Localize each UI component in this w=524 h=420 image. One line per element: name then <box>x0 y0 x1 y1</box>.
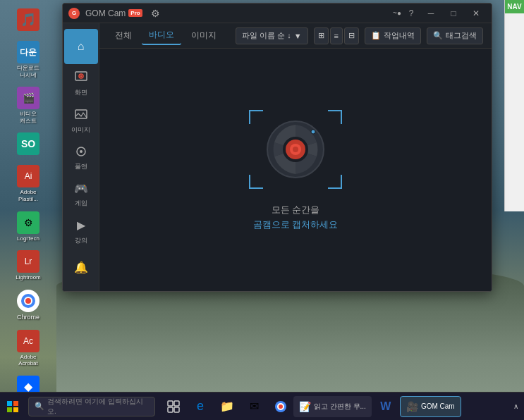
svg-rect-21 <box>168 407 173 412</box>
svg-point-5 <box>80 75 82 78</box>
gom-body: ⌂ 화면 <box>63 23 492 291</box>
game-icon: 🎮 <box>73 180 90 197</box>
svg-rect-18 <box>13 407 18 412</box>
minimize-button[interactable]: ─ <box>421 6 441 20</box>
image-icon <box>73 106 90 123</box>
sidebar-item-screen[interactable]: 화면 <box>64 66 98 101</box>
left-sidebar: ⌂ 화면 <box>63 23 99 291</box>
image-label: 이미지 <box>71 125 90 135</box>
capture-text-line1: 모든 순간을 <box>253 203 339 218</box>
work-history-button[interactable]: 📋 작업내역 <box>365 27 421 44</box>
desktop-icon-label: Chrome <box>17 314 39 321</box>
gom-logo: G <box>68 8 80 19</box>
bracket-top-left <box>249 110 263 124</box>
desktop-icon-logictech[interactable]: ⚙ LogiTech <box>3 209 54 245</box>
svg-rect-20 <box>174 401 179 406</box>
svg-rect-16 <box>13 401 18 406</box>
list-view-button[interactable]: ≡ <box>330 27 343 44</box>
tab-all[interactable]: 전체 <box>108 27 139 44</box>
desktop-icon-download[interactable]: 다운 다운로드나시네 <box>3 38 54 81</box>
right-panel-header: NAV <box>505 0 524 13</box>
desktop-icon-label: 비디오캐스트 <box>20 111 37 124</box>
close-button[interactable]: ✕ <box>466 6 486 20</box>
search-icon: 🔍 <box>433 31 443 40</box>
search-placeholder: 검색하려면 여기에 입력하십시오. <box>47 397 149 416</box>
right-panel: NAV <box>504 0 524 211</box>
settings-icon[interactable]: ⚙ <box>151 8 160 19</box>
screen-icon <box>73 69 90 86</box>
title-bar-text: GOM Cam Pro <box>85 8 142 18</box>
desktop-icon-label: LogiTech <box>17 235 39 242</box>
camera-icon-container <box>246 107 345 192</box>
taskbar-edge[interactable]: e <box>188 394 213 419</box>
svg-point-25 <box>279 404 283 409</box>
svg-rect-17 <box>7 407 12 412</box>
svg-rect-19 <box>168 401 173 406</box>
desktop-icon-label: AdobeAcrobat <box>18 354 38 367</box>
svg-rect-22 <box>174 407 179 412</box>
game-label: 게임 <box>75 199 87 208</box>
svg-point-8 <box>80 150 83 153</box>
tab-image[interactable]: 이미지 <box>184 27 224 44</box>
top-nav: 전체 바디오 이미지 파일 이름 순 ↓ ▼ ⊞ ≡ <box>99 23 492 49</box>
taskbar-word2[interactable]: W <box>373 394 398 419</box>
desktop-icon-acrobat[interactable]: Ac AdobeAcrobat <box>3 327 54 370</box>
taskbar-explorer[interactable]: 📁 <box>214 394 240 419</box>
desktop-icon-so[interactable]: SO <box>3 130 54 159</box>
taskbar-chrome[interactable] <box>268 394 293 419</box>
help-icon[interactable]: ? <box>404 8 418 18</box>
tab-video[interactable]: 바디오 <box>142 26 181 45</box>
maximize-button[interactable]: □ <box>444 6 463 20</box>
svg-rect-15 <box>7 401 12 406</box>
desktop-icon-chrome[interactable]: Chrome <box>3 287 54 324</box>
sidebar-item-lecture[interactable]: ▶ 강의 <box>64 213 98 248</box>
taskbar: 🔍 검색하려면 여기에 입력하십시오. e 📁 ✉ <box>0 392 524 420</box>
sidebar-item-game[interactable]: 🎮 게임 <box>64 176 98 211</box>
main-content: 전체 바디오 이미지 파일 이름 순 ↓ ▼ ⊞ ≡ <box>99 23 492 291</box>
sidebar-item-fullscreen[interactable]: 풀앤 <box>64 140 98 175</box>
desktop-icon-video[interactable]: 🎬 비디오캐스트 <box>3 84 54 127</box>
grid-view-button[interactable]: ⊞ <box>314 27 329 44</box>
capture-text: 모든 순간을 곰캠으로 캡처하세요 <box>253 203 339 233</box>
taskbar-word-app[interactable]: 📝 읽고 간편한 무... <box>293 396 372 417</box>
word-label: 읽고 간편한 무... <box>314 402 366 412</box>
sidebar-item-bell[interactable]: 🔔 <box>64 250 98 285</box>
gomcam-label: GOM Cam <box>421 402 455 410</box>
file-sort-button[interactable]: 파일 이름 순 ↓ ▼ <box>236 27 308 44</box>
search-icon: 🔍 <box>35 402 44 411</box>
taskbar-mail[interactable]: ✉ <box>241 394 267 419</box>
capture-text-line2: 곰캠으로 캡처하세요 <box>253 218 339 233</box>
taskbar-app-icons: e 📁 ✉ <box>161 394 293 419</box>
pro-badge: Pro <box>128 9 142 17</box>
fullscreen-icon <box>73 143 90 160</box>
taskbar-right-area: ∧ <box>513 402 524 410</box>
camera-brackets <box>246 107 345 192</box>
desktop-icon-adobe2[interactable]: Lr Lightroom <box>3 247 54 284</box>
desktop-icon-label: Lightroom <box>16 274 41 281</box>
start-button[interactable] <box>0 394 25 419</box>
desktop-icon-label: 다운로드나시네 <box>17 65 39 78</box>
screen-label: 화면 <box>75 88 87 97</box>
svg-point-2 <box>25 298 31 304</box>
bracket-bottom-right <box>328 175 342 189</box>
taskbar-search-box[interactable]: 🔍 검색하려면 여기에 입력하십시오. <box>28 397 155 416</box>
desktop-icon-music[interactable]: 🎵 <box>3 6 54 35</box>
detail-view-button[interactable]: ⊟ <box>344 27 359 44</box>
desktop-icon-dropbox[interactable]: ◆ Dropbox <box>3 373 54 392</box>
lecture-icon: ▶ <box>73 217 90 234</box>
home-icon: ⌂ <box>73 38 90 55</box>
desktop-icon-label: AdobePlastil... <box>18 189 38 202</box>
fullscreen-label: 풀앤 <box>75 162 87 171</box>
bracket-top-right <box>328 110 342 124</box>
desktop-icon-adobe1[interactable]: Ai AdobePlastil... <box>3 162 54 205</box>
sidebar-item-home[interactable]: ⌂ <box>64 29 98 64</box>
word-icon: 📝 <box>299 401 311 412</box>
taskbar-task-view[interactable] <box>161 394 186 419</box>
title-bar: G GOM Cam Pro ⚙ ~● ? ─ □ ✕ <box>63 4 492 23</box>
sidebar-item-image[interactable]: 이미지 <box>64 103 98 138</box>
wifi-status-icon: ~● <box>393 9 401 17</box>
taskbar-gomcam-app[interactable]: 🎥 GOM Cam <box>400 396 461 417</box>
tag-search-button[interactable]: 🔍 태그검색 <box>427 27 483 44</box>
title-com-text: GOM Cam <box>85 8 126 18</box>
lecture-label: 강의 <box>75 236 87 245</box>
